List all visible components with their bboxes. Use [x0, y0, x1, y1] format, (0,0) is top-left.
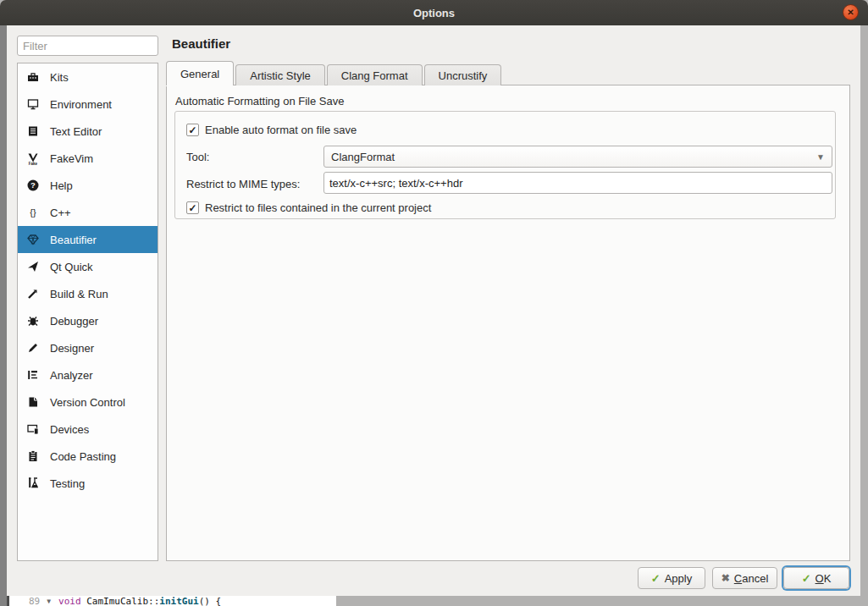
sidebar-item-version-control[interactable]: Version Control [18, 388, 158, 416]
sidebar-item-label: Code Pasting [50, 450, 116, 463]
group-title: Automatic Formatting on File Save [175, 95, 344, 107]
restrict-project-checkbox[interactable] [186, 201, 199, 214]
background-code-editor: 89 ▼ void CamImuCalib::initGui() { [7, 596, 336, 606]
build-run-icon [26, 287, 40, 300]
text-editor-icon [26, 124, 40, 138]
tabbar: GeneralArtistic StyleClang FormatUncrust… [166, 61, 503, 85]
options-dialog: Kits Environment Text Editor Fake FakeVi… [7, 25, 860, 596]
sidebar-item-designer[interactable]: Designer [18, 334, 158, 361]
sidebar-item-environment[interactable]: Environment [18, 91, 158, 118]
sidebar-item-qt-quick[interactable]: Qt Quick [18, 253, 158, 280]
code-token: void [58, 596, 81, 606]
clipboard-icon [26, 449, 40, 463]
paper-plane-icon [26, 260, 40, 273]
sidebar-item-label: Build & Run [50, 288, 108, 300]
enable-auto-format-label: Enable auto format on file save [205, 124, 357, 136]
code-token: initGui [159, 596, 198, 606]
tab-uncrustify[interactable]: Uncrustify [424, 64, 502, 85]
pencil-icon [26, 341, 40, 355]
bug-icon [26, 314, 40, 328]
sidebar-item-c[interactable]: {} C++ [18, 199, 158, 226]
sidebar-item-fakevim[interactable]: Fake FakeVim [18, 145, 158, 172]
tab-general[interactable]: General [166, 61, 234, 85]
svg-text:Fake: Fake [29, 162, 38, 166]
x-icon: ✖ [721, 572, 730, 584]
sidebar-item-label: Environment [50, 98, 112, 111]
sidebar-item-beautifier[interactable]: Beautifier [18, 226, 158, 253]
sidebar-item-label: Help [50, 179, 73, 192]
monitor-icon [26, 97, 40, 111]
close-icon[interactable]: ✕ [843, 4, 859, 20]
code-token: () { [199, 596, 222, 606]
toolbox-icon [26, 70, 40, 84]
titlebar: Options ✕ [0, 0, 868, 25]
filter-input[interactable] [17, 36, 158, 56]
sidebar-item-build-run[interactable]: Build & Run [18, 280, 158, 307]
code-line: void CamImuCalib::initGui() { [58, 596, 221, 606]
code-token: CamImuCalib:: [81, 596, 160, 606]
sidebar-item-label: Qt Quick [50, 261, 93, 273]
line-number: 89 [9, 596, 40, 606]
flask-icon [26, 477, 40, 490]
fakevim-icon: Fake [26, 152, 40, 165]
devices-icon [26, 422, 40, 436]
tab-artistic-style[interactable]: Artistic Style [235, 64, 325, 85]
ok-button-label: OK [815, 572, 832, 585]
enable-auto-format-row: Enable auto format on file save [186, 124, 357, 136]
tool-combobox[interactable]: ClangFormat ▼ [323, 146, 832, 168]
sidebar-item-label: Beautifier [50, 234, 97, 246]
sidebar-item-label: Devices [50, 423, 89, 436]
restrict-project-row: Restrict to files contained in the curre… [186, 201, 431, 214]
tool-label: Tool: [186, 151, 209, 163]
mime-types-input[interactable] [323, 172, 832, 194]
analyzer-icon [26, 368, 40, 382]
sidebar-item-testing[interactable]: Testing [18, 470, 158, 497]
sidebar-item-debugger[interactable]: Debugger [18, 307, 158, 334]
page-title: Beautifier [172, 36, 230, 51]
category-list: Kits Environment Text Editor Fake FakeVi… [17, 63, 158, 561]
tool-combobox-value: ClangFormat [331, 151, 395, 163]
sidebar-item-text-editor[interactable]: Text Editor [18, 118, 158, 145]
sidebar-item-label: Kits [50, 71, 69, 84]
auto-format-group: Enable auto format on file save Tool: Cl… [174, 111, 836, 219]
sidebar-item-label: FakeVim [50, 152, 93, 165]
help-icon: ? [26, 179, 40, 192]
apply-button[interactable]: ✓ Apply [638, 567, 705, 589]
chevron-down-icon: ▼ [816, 152, 825, 162]
mime-types-label: Restrict to MIME types: [186, 178, 300, 190]
restrict-project-label: Restrict to files contained in the curre… [205, 201, 431, 214]
sidebar-item-label: Text Editor [50, 125, 102, 138]
sidebar-item-label: Analyzer [50, 369, 93, 382]
sidebar-item-kits[interactable]: Kits [18, 63, 158, 91]
sidebar-item-help[interactable]: ? Help [18, 172, 158, 199]
apply-button-label: Apply [665, 572, 693, 585]
cancel-button-label: Cancel [734, 572, 768, 585]
fold-arrow-icon: ▼ [40, 596, 58, 606]
svg-text:?: ? [30, 180, 36, 190]
sidebar-item-label: Designer [50, 342, 94, 355]
cancel-button[interactable]: ✖ Cancel [712, 567, 777, 589]
check-icon: ✓ [651, 572, 661, 585]
sidebar-item-code-pasting[interactable]: Code Pasting [18, 443, 158, 470]
window-title: Options [413, 7, 455, 19]
sidebar-item-label: Version Control [50, 396, 125, 409]
general-tab-panel: Automatic Formatting on File Save Enable… [166, 85, 850, 561]
diamond-icon [26, 233, 40, 246]
enable-auto-format-checkbox[interactable] [186, 124, 199, 136]
tab-clang-format[interactable]: Clang Format [327, 64, 423, 85]
sidebar-item-label: C++ [50, 207, 71, 219]
version-control-icon [26, 395, 40, 409]
ok-button[interactable]: ✓ OK [783, 567, 849, 589]
sidebar-item-analyzer[interactable]: Analyzer [18, 361, 158, 388]
svg-text:{}: {} [30, 207, 36, 218]
check-icon: ✓ [802, 572, 811, 585]
sidebar-item-label: Testing [50, 477, 85, 490]
sidebar-item-devices[interactable]: Devices [18, 416, 158, 443]
sidebar-item-label: Debugger [50, 315, 98, 328]
background-app-sliver [0, 25, 7, 606]
cpp-braces-icon: {} [26, 206, 40, 219]
